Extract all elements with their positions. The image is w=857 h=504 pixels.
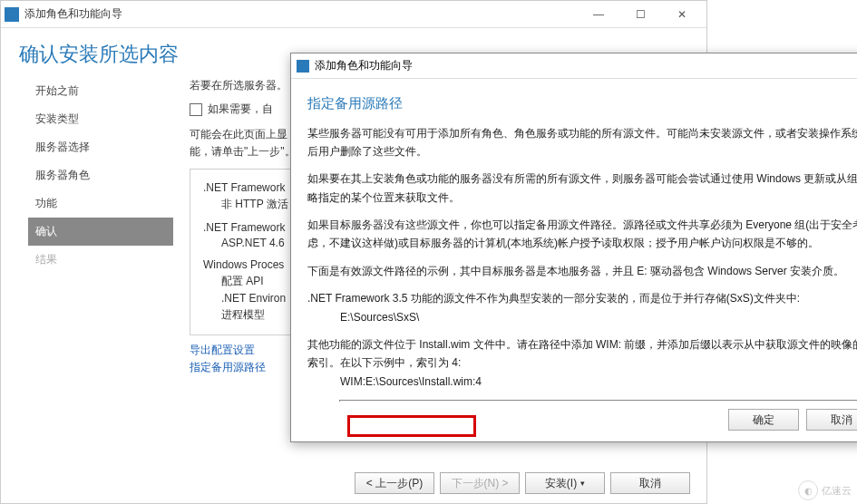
step-before-begin[interactable]: 开始之前 [28,77,173,105]
alt-source-dialog: 添加角色和功能向导 ✕ 指定备用源路径 某些服务器可能没有可用于添加所有角色、角… [290,53,857,442]
dialog-para: 如果要在其上安装角色或功能的服务器没有所需的所有源文件，则服务器可能会尝试通过使… [307,170,857,207]
wizard-footer: < 上一步(P) 下一步(N) > 安装(I) 取消 [355,472,690,494]
page-title: 确认安装所选内容 [19,41,179,68]
example-path: WIM:E:\Sources\Install.wim:4 [340,375,482,388]
dialog-para: 如果目标服务器没有这些源文件，你也可以指定备用源文件路径。源路径或文件共享必须为… [307,216,857,253]
previous-button[interactable]: < 上一步(P) [355,472,434,494]
step-results: 结果 [28,246,173,274]
dialog-footer: 确定 取消 [291,402,857,441]
dialog-para: 某些服务器可能没有可用于添加所有角色、角色服务或功能的所有源文件。可能尚未安装源… [307,124,857,161]
step-features[interactable]: 功能 [28,189,173,218]
step-server-select[interactable]: 服务器选择 [28,133,173,161]
watermark-text: 亿速云 [822,484,852,498]
titlebar: 添加角色和功能向导 — ☐ ✕ [1,1,706,28]
dialog-para: 其他功能的源文件位于 Install.wim 文件中。请在路径中添加 WIM: … [307,335,857,391]
close-button[interactable]: ✕ [661,1,703,28]
auto-restart-label: 如果需要，自 [208,102,273,117]
watermark-icon: ◐ [798,480,818,500]
next-button: 下一步(N) > [440,472,520,494]
window-title: 添加角色和功能向导 [24,6,578,22]
dialog-heading: 指定备用源路径 [307,92,857,115]
dialog-title: 添加角色和功能向导 [315,58,857,73]
app-icon [297,60,309,73]
example-path: E:\Sources\SxS\ [340,311,419,324]
step-server-roles[interactable]: 服务器角色 [28,161,173,189]
watermark: ◐ 亿速云 [798,480,852,500]
dialog-body: 指定备用源路径 某些服务器可能没有可用于添加所有角色、角色服务或功能的所有源文件… [291,79,857,402]
ok-button[interactable]: 确定 [728,409,799,431]
wizard-steps: 开始之前 安装类型 服务器选择 服务器角色 功能 确认 结果 [28,77,173,375]
dialog-para: 下面是有效源文件路径的示例，其中目标服务器是本地服务器，并且 E: 驱动器包含 … [307,262,857,280]
app-icon [5,7,19,22]
maximize-button[interactable]: ☐ [619,1,661,28]
minimize-button[interactable]: — [578,1,619,28]
dialog-para: .NET Framework 3.5 功能的源文件不作为典型安装的一部分安装的，… [307,289,857,326]
step-confirm[interactable]: 确认 [28,218,173,246]
dialog-cancel-button[interactable]: 取消 [806,409,857,431]
dialog-titlebar: 添加角色和功能向导 ✕ [291,53,857,79]
cancel-button[interactable]: 取消 [610,472,690,494]
auto-restart-checkbox[interactable] [190,103,202,116]
install-button[interactable]: 安装(I) [525,472,605,494]
step-install-type[interactable]: 安装类型 [28,105,173,133]
